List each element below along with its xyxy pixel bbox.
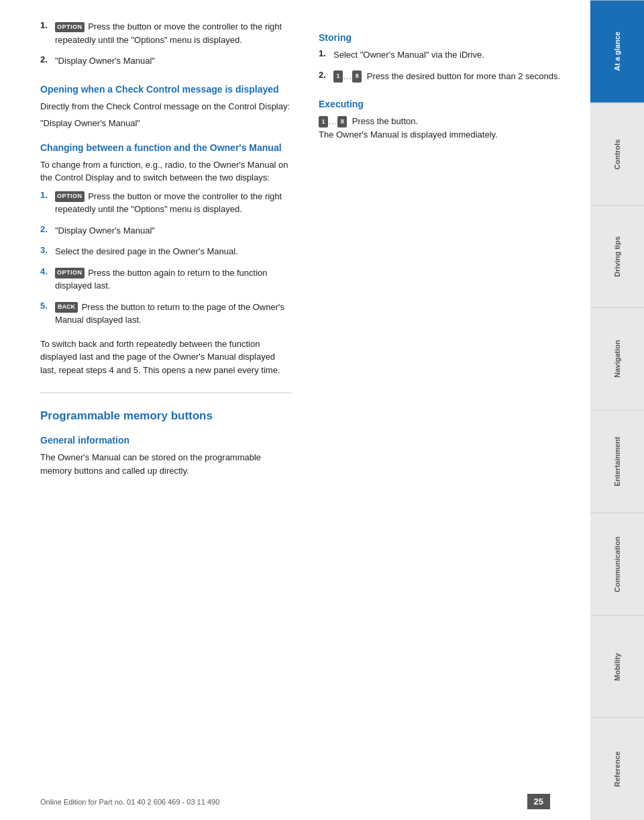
sidebar-label-2: Driving tips [613,236,621,277]
change-note: To switch back and forth repeatedly betw… [40,338,292,377]
sidebar-label-4: Entertainment [613,437,621,486]
change-num-2: 2. [40,224,51,234]
page-number: 25 [527,794,550,809]
section4-heading: General information [40,435,292,446]
step-1-text: OPTION Press the button or move the cont… [55,20,292,46]
section4-body: The Owner's Manual can be stored on the … [40,451,292,477]
change-step-5-text: BACK Press the button to return to the p… [55,301,292,327]
section2-body: To change from a function, e.g., radio, … [40,158,292,185]
step-num-2: 2. [40,54,51,64]
section2-heading: Changing between a function and the Owne… [40,142,292,153]
change-step-4: 4. OPTION Press the button again to retu… [40,266,292,297]
change-num-3: 3. [40,245,51,255]
sidebar: At a glance Controls Driving tips Naviga… [590,0,644,820]
left-column: 1. OPTION Press the button or move the c… [40,20,292,481]
exec-btn-8: 8 [337,116,347,128]
executing-item: 1 ... 8 Press the button. The Owner's Ma… [319,115,570,145]
storing-num-2: 2. [319,70,329,80]
sidebar-item-navigation[interactable]: Navigation [590,307,644,410]
mem-btn-1: 1 [333,70,343,83]
storing-step-2-text: 1 ... 8 Press the desired button for mor… [333,70,560,83]
step-num: 1. [40,20,51,30]
change-num-5: 5. [40,301,51,311]
back-icon: BACK [55,302,78,313]
change-step-5: 5. BACK Press the button to return to th… [40,301,292,331]
executing-heading: Executing [319,99,570,109]
section1-heading: Opening when a Check Control message is … [40,84,292,95]
sidebar-item-mobility[interactable]: Mobility [590,615,644,718]
option-icon-3: OPTION [55,268,85,278]
change-step-1: 1. OPTION Press the button or move the c… [40,190,292,220]
step-1-item: 1. OPTION Press the button or move the c… [40,20,292,50]
storing-num-1: 1. [319,48,329,58]
change-step-3: 3. Select the desired page in the Owner'… [40,245,292,262]
step-2-text: "Display Owner's Manual" [55,54,155,68]
change-num-1: 1. [40,190,51,200]
option-icon: OPTION [55,22,85,33]
exec-dots: ... [329,116,337,127]
sidebar-label-7: Reference [613,752,621,787]
storing-step-2: 2. 1 ... 8 Press the desired button for … [319,70,570,87]
section-divider [40,393,292,393]
footer-text: Online Edition for Part no. 01 40 2 606 … [40,798,219,806]
option-icon-2: OPTION [55,191,85,202]
storing-heading: Storing [319,32,570,43]
sidebar-label-5: Communication [613,536,621,592]
sidebar-item-driving-tips[interactable]: Driving tips [590,205,644,308]
sidebar-item-at-a-glance[interactable]: At a glance [590,0,644,103]
mem-btn-8: 8 [352,70,362,83]
sidebar-label-3: Navigation [613,340,621,378]
sidebar-item-controls[interactable]: Controls [590,103,644,205]
change-num-4: 4. [40,266,51,276]
change-step-2-text: "Display Owner's Manual" [55,224,155,238]
sidebar-label-0: At a glance [613,32,621,72]
executing-memory-icon: 1 ... 8 [319,116,347,128]
storing-step-1-text: Select "Owner's Manual" via the iDrive. [333,48,484,62]
step-2-item: 2. "Display Owner's Manual" [40,54,292,72]
change-step-1-text: OPTION Press the button or move the cont… [55,190,292,216]
sidebar-item-reference[interactable]: Reference [590,717,644,820]
memory-button-icon: 1 ... 8 [333,70,362,83]
change-step-2: 2. "Display Owner's Manual" [40,224,292,242]
change-step-3-text: Select the desired page in the Owner's M… [55,245,238,258]
mem-dots: ... [343,71,352,83]
executing-body: 1 ... 8 Press the button. The Owner's Ma… [319,115,498,141]
change-step-4-text: OPTION Press the button again to return … [55,266,292,293]
right-column: Storing 1. Select "Owner's Manual" via t… [319,20,570,481]
storing-step-1: 1. Select "Owner's Manual" via the iDriv… [319,48,570,66]
sidebar-item-entertainment[interactable]: Entertainment [590,410,644,513]
sidebar-item-communication[interactable]: Communication [590,513,644,615]
sidebar-label-6: Mobility [613,653,621,681]
section3-heading: Programmable memory buttons [40,409,292,423]
section1-body1: Directly from the Check Control message … [40,100,292,113]
section1-body2: "Display Owner's Manual" [40,117,292,130]
exec-btn-1: 1 [319,116,328,128]
page-footer: Online Edition for Part no. 01 40 2 606 … [0,794,590,809]
sidebar-label-1: Controls [613,139,621,169]
